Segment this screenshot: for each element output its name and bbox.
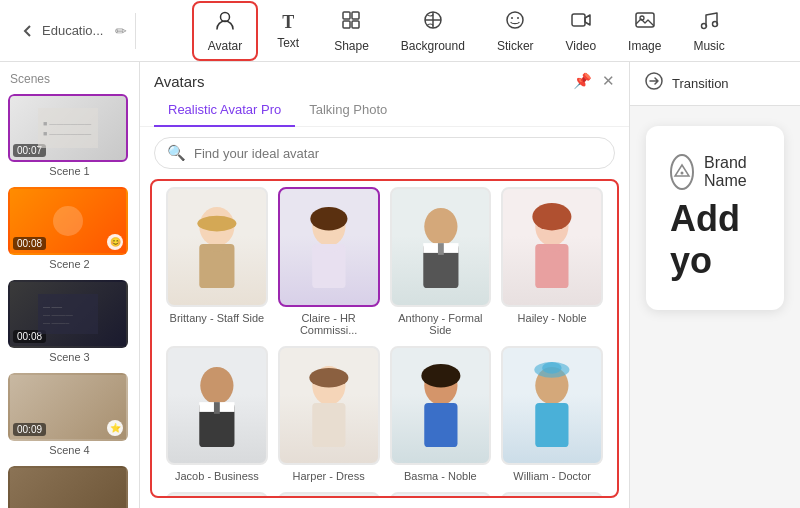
toolbar-item-video[interactable]: Video — [550, 1, 612, 61]
tab-talking-photo[interactable]: Talking Photo — [295, 96, 401, 127]
avatar-card-10[interactable] — [278, 492, 380, 498]
toolbar-item-text[interactable]: T Text — [258, 4, 318, 58]
background-icon — [422, 9, 444, 36]
svg-text:■ ——————: ■ —————— — [43, 120, 91, 127]
avatar-img-claire — [278, 187, 380, 307]
svg-text:── ──────: ── ────── — [42, 312, 73, 318]
svg-rect-16 — [38, 108, 98, 148]
music-label: Music — [693, 39, 724, 53]
avatar-card-9[interactable] — [166, 492, 268, 498]
video-icon — [570, 9, 592, 36]
scene-4-icon: ⭐ — [107, 420, 123, 436]
toolbar-item-music[interactable]: Music — [677, 1, 740, 61]
avatar-label-william: William - Doctor — [513, 470, 591, 482]
scene-item-2[interactable]: 00:08 😊 Scene 2 — [8, 187, 131, 270]
svg-point-9 — [511, 17, 513, 19]
brand-name: Brand Name — [704, 154, 760, 190]
avatar-img-hailey — [501, 187, 603, 307]
toolbar-item-image[interactable]: Image — [612, 1, 677, 61]
text-icon: T — [282, 12, 294, 33]
avatar-card-4[interactable]: Hailey - Noble — [501, 187, 603, 336]
svg-rect-47 — [536, 403, 569, 447]
edit-title-icon[interactable]: ✏ — [115, 23, 127, 39]
avatar-card-3[interactable]: Anthony - Formal Side — [390, 187, 492, 336]
toolbar-item-avatar[interactable]: Avatar — [192, 1, 258, 61]
canvas-headline: Add yo — [670, 198, 760, 282]
avatar-label-harper: Harper - Dress — [293, 470, 365, 482]
back-button[interactable]: Educatio... — [12, 17, 111, 45]
svg-point-35 — [533, 203, 572, 230]
avatar-card-8[interactable]: William - Doctor — [501, 346, 603, 483]
avatar-card-2[interactable]: Claire - HR Commissi... — [278, 187, 380, 336]
scene-item-1[interactable]: 00:07 ■ —————— ■ —————— Scene 1 — [8, 94, 131, 177]
svg-rect-11 — [572, 14, 585, 26]
avatar-img-11 — [390, 492, 492, 498]
scene-4-time: 00:09 — [13, 423, 46, 436]
scene-item-5[interactable]: 00:07 Scene 5 — [8, 466, 131, 508]
svg-point-63 — [681, 172, 684, 175]
avatar-label-jacob: Jacob - Business — [175, 470, 259, 482]
avatar-label-brittany: Brittany - Staff Side — [170, 312, 265, 324]
svg-rect-1 — [343, 12, 350, 19]
pin-icon[interactable]: 📌 — [573, 72, 592, 90]
toolbar-item-sticker[interactable]: Sticker — [481, 1, 550, 61]
avatar-img-brittany — [166, 187, 268, 307]
tab-realistic-avatar[interactable]: Realistic Avatar Pro — [154, 96, 295, 127]
avatar-label: Avatar — [208, 39, 242, 53]
close-icon[interactable]: ✕ — [602, 72, 615, 90]
svg-text:── ─────: ── ───── — [42, 320, 70, 326]
scene-2-label: Scene 2 — [8, 258, 131, 270]
svg-rect-4 — [352, 21, 359, 28]
avatar-img-basma — [390, 346, 492, 466]
avatar-label-claire: Claire - HR Commissi... — [278, 312, 380, 336]
avatar-img-12 — [501, 492, 603, 498]
transition-label: Transition — [672, 76, 729, 91]
avatar-card-1[interactable]: Brittany - Staff Side — [166, 187, 268, 336]
scene-thumb-2: 00:08 😊 — [8, 187, 128, 255]
scene-thumb-1: 00:07 ■ —————— ■ —————— — [8, 94, 128, 162]
avatar-card-5[interactable]: Jacob - Business — [166, 346, 268, 483]
avatar-card-6[interactable]: Harper - Dress — [278, 346, 380, 483]
project-title: Educatio... — [42, 23, 103, 38]
avatar-img-william — [501, 346, 603, 466]
brand-logo — [670, 154, 694, 190]
avatar-img-9 — [166, 492, 268, 498]
avatar-card-11[interactable] — [390, 492, 492, 498]
avatars-panel: Avatars 📌 ✕ Realistic Avatar Pro Talking… — [140, 62, 630, 508]
image-label: Image — [628, 39, 661, 53]
avatar-icon — [214, 9, 236, 36]
toolbar-items: Avatar T Text Shape — [144, 1, 788, 61]
search-icon: 🔍 — [167, 144, 186, 162]
svg-point-0 — [220, 12, 229, 21]
toolbar-divider — [135, 13, 136, 49]
scene-3-label: Scene 3 — [8, 351, 131, 363]
toolbar-item-shape[interactable]: Shape — [318, 1, 385, 61]
toolbar-item-background[interactable]: Background — [385, 1, 481, 61]
transition-bar[interactable]: Transition — [630, 62, 800, 106]
svg-point-8 — [507, 12, 523, 28]
svg-rect-2 — [352, 12, 359, 19]
avatar-label-basma: Basma - Noble — [404, 470, 477, 482]
avatar-label-hailey: Hailey - Noble — [518, 312, 587, 324]
scene-thumb-5: 00:07 — [8, 466, 128, 508]
sidebar: Scenes 00:07 ■ —————— ■ —————— Scene 1 0… — [0, 62, 140, 508]
shape-label: Shape — [334, 39, 369, 53]
scene-thumb-4: 00:09 ⭐ — [8, 373, 128, 441]
svg-rect-41 — [312, 403, 345, 447]
main-area: Scenes 00:07 ■ —————— ■ —————— Scene 1 0… — [0, 62, 800, 508]
svg-point-10 — [517, 17, 519, 19]
scene-item-3[interactable]: 00:08 ── ───── ──────── ───── Scene 3 — [8, 280, 131, 363]
avatar-search-input[interactable] — [194, 146, 602, 161]
video-label: Video — [566, 39, 596, 53]
shape-icon — [340, 9, 362, 36]
avatar-card-12[interactable] — [501, 492, 603, 498]
svg-point-15 — [713, 21, 718, 26]
svg-point-25 — [197, 216, 236, 232]
svg-point-36 — [200, 367, 233, 404]
avatar-img-anthony — [390, 187, 492, 307]
avatar-card-7[interactable]: Basma - Noble — [390, 346, 492, 483]
scene-item-4[interactable]: 00:09 ⭐ Scene 4 — [8, 373, 131, 456]
avatar-img-harper — [278, 346, 380, 466]
avatars-grid-container: Brittany - Staff Side Claire - HR Commis… — [150, 179, 619, 498]
background-label: Background — [401, 39, 465, 53]
